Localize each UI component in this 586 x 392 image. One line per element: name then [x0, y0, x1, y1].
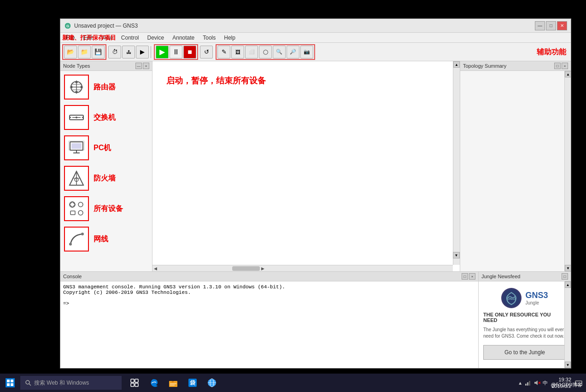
jungle-scroll-up[interactable]: ▲ — [565, 281, 571, 288]
history-button[interactable]: ⏱ — [108, 46, 121, 59]
pause-all-button[interactable]: ⏸ — [170, 46, 182, 59]
stop-all-button[interactable]: ■ — [183, 46, 196, 59]
task-view-button[interactable] — [125, 374, 144, 392]
file-toolbar-group: 📂 📁 💾 — [62, 44, 106, 60]
control-toolbar-group: ▶ ⏸ ■ — [154, 44, 198, 60]
taskbar-search-text: 搜索 Web 和 Windows — [34, 379, 89, 387]
zoom-out-button[interactable]: 🔎 — [287, 46, 299, 59]
svg-rect-43 — [135, 383, 138, 386]
menu-control[interactable]: Control — [117, 34, 143, 42]
ellipse-button[interactable]: ◯ — [259, 46, 272, 59]
node-item-all-devices[interactable]: 所有设备 — [63, 195, 149, 222]
show-hidden-icons[interactable]: ▲ — [518, 380, 522, 386]
node-item-pc[interactable]: PC机 — [63, 135, 149, 161]
select-area-button[interactable]: ⬜ — [245, 46, 258, 59]
svg-rect-35 — [11, 380, 13, 382]
menu-view[interactable]: View — [97, 34, 117, 42]
canvas-area[interactable]: 启动，暂停，结束所有设备 ◀ ▶ ▲ ▼ — [152, 61, 460, 271]
jungle-scroll-down[interactable]: ▼ — [565, 362, 571, 368]
vertical-scrollbar[interactable]: ▲ ▼ — [453, 61, 460, 265]
separator-1 — [151, 46, 151, 58]
zoom-in-button[interactable]: 🔍 — [273, 46, 286, 59]
svg-point-31 — [81, 233, 84, 235]
volume-icon[interactable] — [533, 379, 541, 386]
svg-marker-13 — [82, 116, 84, 119]
jungle-headline: THE ONLY RESOURCE YOU NEED — [483, 312, 566, 323]
horizontal-scrollbar[interactable]: ◀ ▶ — [152, 265, 453, 271]
topology-close-button[interactable]: × — [562, 63, 568, 69]
node-item-cable[interactable]: 网线 — [63, 226, 149, 252]
topology-scroll-up[interactable]: ▲ — [565, 71, 571, 77]
history-group: ⏱ 🖧 ▶ — [107, 44, 153, 60]
menu-file[interactable]: File — [62, 34, 78, 42]
console-content[interactable]: GNS3 management console. Running GNS3 ve… — [60, 281, 478, 368]
menu-bar: File Edit View Control Device Annotate T… — [60, 33, 571, 43]
screenshot-button[interactable]: 📷 — [300, 46, 313, 59]
insert-image-button[interactable]: 🖼 — [231, 46, 244, 59]
topology-scroll-track[interactable] — [565, 77, 571, 265]
edit-button[interactable]: ✎ — [217, 46, 230, 59]
taskbar-system-icons: ▲ 中 — [518, 379, 548, 386]
scroll-right-arrow[interactable]: ▶ — [260, 266, 266, 271]
windows-logo-icon — [6, 378, 15, 387]
topology-scroll-down[interactable]: ▼ — [565, 265, 571, 271]
svg-rect-41 — [135, 379, 138, 382]
scroll-up-arrow[interactable]: ▲ — [453, 61, 460, 68]
svg-marker-12 — [69, 116, 71, 119]
svg-rect-54 — [525, 384, 527, 386]
save-file-button[interactable]: 💾 — [92, 46, 105, 59]
maximize-button[interactable]: □ — [546, 21, 556, 30]
topology-title: Topology Summary — [463, 63, 506, 69]
menu-help[interactable]: Help — [220, 34, 239, 42]
gns3-title: GNS3 Jungle — [525, 291, 548, 305]
svg-rect-46 — [170, 385, 175, 386]
menu-annotate[interactable]: Annotate — [169, 34, 198, 42]
open-file-button[interactable]: 📁 — [78, 46, 91, 59]
browser-button[interactable] — [203, 374, 221, 392]
file-explorer-button[interactable] — [164, 374, 182, 392]
network-button[interactable]: 🖧 — [122, 46, 135, 59]
firewall-label: 防火墙 — [94, 174, 116, 183]
close-button[interactable]: ✕ — [557, 21, 567, 30]
panel-close-button[interactable]: × — [143, 63, 149, 69]
node-item-router[interactable]: 路由器 — [63, 74, 149, 100]
network-icon[interactable] — [524, 379, 532, 386]
app-icon: G — [64, 22, 71, 29]
taskbar-search[interactable]: 搜索 Web 和 Windows — [20, 376, 122, 390]
jungle-maximize-button[interactable]: □ — [562, 273, 568, 280]
start-button[interactable] — [0, 374, 20, 392]
console-close-button[interactable]: × — [469, 273, 475, 280]
input-method-indicator[interactable]: 中 — [543, 380, 548, 386]
run-button[interactable]: ▶ — [136, 46, 149, 59]
svg-point-29 — [78, 211, 83, 215]
svg-rect-36 — [7, 383, 10, 386]
taskbar: 搜索 Web 和 Windows — [0, 374, 586, 392]
node-item-switch[interactable]: 交换机 — [63, 104, 149, 131]
topology-minimize-button[interactable]: □ — [554, 63, 561, 69]
scroll-left-arrow[interactable]: ◀ — [152, 266, 158, 271]
edge-browser-button[interactable] — [145, 374, 163, 392]
panel-header-buttons: — × — [135, 63, 149, 69]
scroll-thumb-h[interactable] — [232, 266, 260, 271]
all-devices-icon — [68, 200, 85, 217]
node-item-firewall[interactable]: 防火墙 — [63, 165, 149, 192]
jungle-scrollbar[interactable]: ▲ ▼ — [564, 281, 571, 368]
menu-tools[interactable]: Tools — [199, 34, 219, 42]
router-icon — [68, 78, 85, 96]
new-file-button[interactable]: 📂 — [64, 46, 77, 59]
jungle-content: GNS3 GNS3 Jungle THE ONLY RESOURCE YOU N… — [479, 281, 571, 368]
go-to-jungle-button[interactable]: Go to the Jungle — [483, 345, 566, 360]
cable-icon-box — [64, 227, 89, 252]
svg-marker-57 — [534, 380, 538, 385]
console-minimize-button[interactable]: □ — [462, 273, 468, 280]
scroll-down-arrow[interactable]: ▼ — [453, 252, 460, 258]
menu-device[interactable]: Device — [144, 34, 168, 42]
play-all-button[interactable]: ▶ — [156, 46, 169, 59]
store-button[interactable]: 袋 — [183, 374, 202, 392]
redo-button[interactable]: ↺ — [200, 46, 213, 59]
menu-edit[interactable]: Edit — [79, 34, 96, 42]
panel-minimize-button[interactable]: — — [135, 63, 142, 69]
taskbar-search-icon — [25, 380, 31, 386]
content-area: Node Types — × — [60, 61, 571, 271]
minimize-button[interactable]: — — [535, 21, 545, 30]
